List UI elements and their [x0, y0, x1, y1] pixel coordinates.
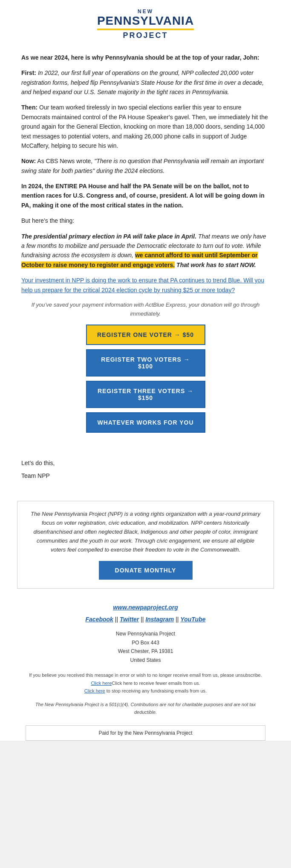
- signoff-line2: Team NPP: [21, 471, 270, 480]
- footer-box: The New Pennsylvania Project (NPP) is a …: [17, 501, 274, 589]
- logo-new: NEW: [97, 9, 194, 14]
- para4: In 2024, the ENTIRE PA House and half th…: [21, 181, 270, 210]
- youtube-link[interactable]: YouTube: [180, 616, 205, 623]
- signoff-line1: Let’s do this,: [21, 458, 270, 468]
- fewer-emails-text: Click hereClick here to receive fewer em…: [26, 679, 265, 687]
- footer-address: New Pennsylvania Project PO Box 443 West…: [0, 626, 291, 668]
- para5: But here’s the thing:: [21, 216, 270, 225]
- paid-for: Paid for by the New Pennsylvania Project: [26, 725, 265, 741]
- actblue-note: If you’ve saved your payment information…: [21, 301, 270, 319]
- fewer-emails-link[interactable]: Click here: [91, 681, 112, 686]
- social-links: Facebook || Twitter || Instagram || YouT…: [0, 614, 291, 626]
- register-two-voters-button[interactable]: REGISTER TWO VOTERS → $100: [86, 349, 205, 377]
- no-fundraising-text: Click here to stop receiving any fundrai…: [26, 687, 265, 695]
- logo-project: PROJECT: [97, 31, 194, 40]
- header: NEW PENNSYLVANIA PROJECT: [0, 0, 291, 44]
- donate-monthly-button[interactable]: DONATE MONTHLY: [99, 561, 193, 580]
- address-line4: United States: [17, 656, 274, 664]
- email-wrapper: NEW PENNSYLVANIA PROJECT As we near 2024…: [0, 0, 291, 741]
- para7-link[interactable]: Your investment in NPP is doing the work…: [21, 276, 270, 295]
- sign-off: Let’s do this, Team NPP: [0, 450, 291, 493]
- instagram-link[interactable]: Instagram: [145, 616, 174, 623]
- website-link[interactable]: www.newpaproject.org: [113, 604, 178, 611]
- footer-description: The New Pennsylvania Project (NPP) is a …: [30, 510, 261, 554]
- para2: Then: Our team worked tirelessly in two …: [21, 103, 270, 150]
- address-line3: West Chester, PA 19381: [17, 647, 274, 655]
- register-one-voter-button[interactable]: REGISTER ONE VOTER → $50: [86, 325, 205, 345]
- register-three-voters-button[interactable]: REGISTER THREE VOTERS → $150: [86, 381, 205, 408]
- separator2: ||: [139, 616, 145, 623]
- address-line2: PO Box 443: [17, 638, 274, 647]
- footer-unsubscribe: If you believe you received this message…: [0, 668, 291, 698]
- facebook-link[interactable]: Facebook: [86, 616, 113, 623]
- twitter-link[interactable]: Twitter: [120, 616, 139, 623]
- footer-links: www.newpaproject.org: [0, 597, 291, 614]
- main-content: As we near 2024, here is why Pennsylvani…: [0, 44, 291, 450]
- unsubscribe-text: If you believe you received this message…: [26, 671, 265, 679]
- para1: First: In 2022, our first full year of o…: [21, 68, 270, 97]
- no-fundraising-link[interactable]: Click here: [84, 688, 105, 693]
- whatever-works-button[interactable]: WHATEVER WORKS FOR YOU: [86, 412, 205, 433]
- intro-paragraph: As we near 2024, here is why Pennsylvani…: [21, 53, 270, 62]
- logo-pennsylvania: PENNSYLVANIA: [97, 14, 194, 28]
- para6: The presidential primary election in PA …: [21, 232, 270, 270]
- address-line1: New Pennsylvania Project: [17, 629, 274, 638]
- separator1: ||: [113, 616, 120, 623]
- logo-container: NEW PENNSYLVANIA PROJECT: [97, 9, 194, 40]
- separator3: ||: [174, 616, 180, 623]
- para3: Now: As CBS News wrote, "There is no que…: [21, 156, 270, 175]
- footer-legal: The New Pennsylvania Project is a 501(c)…: [0, 698, 291, 719]
